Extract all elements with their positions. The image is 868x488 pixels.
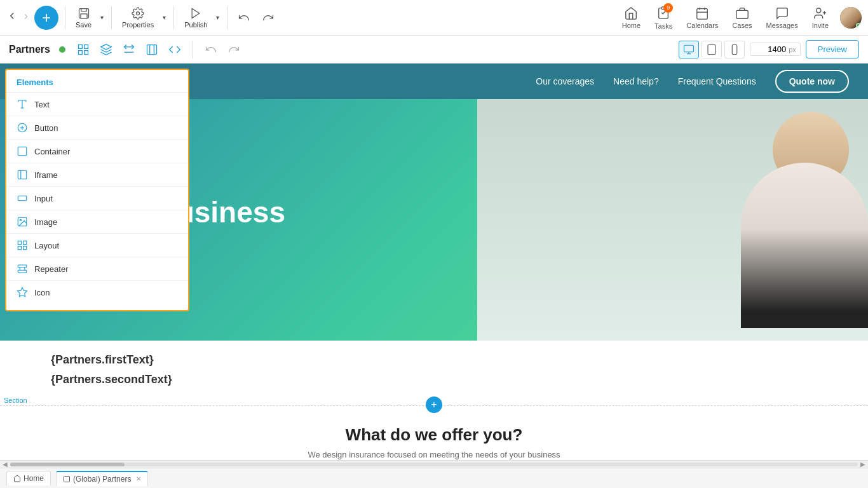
svg-rect-39	[18, 241, 21, 244]
svg-rect-25	[732, 44, 737, 54]
scroll-right-arrow[interactable]: ▶	[860, 461, 865, 468]
nav-home[interactable]: Home	[620, 6, 643, 29]
online-status-dot	[856, 23, 861, 28]
width-input[interactable]	[754, 44, 786, 54]
home-tab-icon	[13, 475, 21, 482]
hero-person	[477, 99, 868, 341]
nav-cta-button[interactable]: Quote now	[775, 70, 849, 93]
scroll-left-arrow[interactable]: ◀	[3, 461, 8, 468]
tasks-badge-container: 9	[656, 6, 670, 21]
svg-point-38	[20, 219, 21, 220]
layers-button[interactable]	[97, 41, 115, 58]
nav-messages[interactable]: Messages	[764, 6, 801, 29]
divider-tb2	[193, 41, 193, 58]
user-avatar[interactable]	[840, 7, 862, 29]
forward-icon	[22, 12, 31, 23]
page-title: Partners	[9, 44, 50, 55]
code-button[interactable]	[166, 41, 184, 58]
element-input[interactable]: Input	[6, 187, 188, 210]
publish-button[interactable]: Publish	[180, 4, 211, 31]
svg-rect-44	[18, 270, 27, 273]
icon-icon	[17, 287, 28, 298]
svg-rect-15	[85, 50, 88, 54]
scroll-track	[10, 463, 858, 466]
redo2-button[interactable]	[225, 41, 243, 58]
element-button[interactable]: Button	[6, 116, 188, 140]
tab-partners[interactable]: (Global) Partners ✕	[56, 471, 148, 486]
image-icon	[17, 216, 28, 227]
horizontal-scrollbar[interactable]: ◀ ▶	[0, 460, 868, 468]
element-repeater[interactable]: Repeater	[6, 257, 188, 281]
main-area: Elements Text Button Container Iframe	[0, 64, 868, 468]
width-input-container: px	[750, 43, 801, 56]
person-body	[741, 163, 868, 328]
repeater-icon	[17, 263, 28, 274]
save-button[interactable]: Save	[72, 4, 95, 31]
undo2-button[interactable]	[202, 41, 220, 58]
template-var-1: {Partners.firstText}	[25, 353, 843, 373]
redo-button[interactable]	[258, 9, 278, 27]
nav-tasks[interactable]: 9 Tasks	[652, 6, 675, 30]
svg-rect-14	[78, 50, 82, 54]
element-container[interactable]: Container	[6, 140, 188, 163]
element-layout-label: Layout	[34, 241, 59, 250]
bottom-bar: Home (Global) Partners ✕	[0, 468, 868, 488]
section-add-button[interactable]: +	[426, 396, 442, 413]
svg-rect-35	[18, 196, 27, 201]
element-button-label: Button	[34, 123, 58, 133]
layout-icon	[17, 240, 28, 251]
tablet-view-button[interactable]	[702, 41, 722, 58]
text-icon	[17, 98, 28, 110]
page-tab-icon	[63, 475, 71, 483]
scroll-thumb[interactable]	[10, 463, 125, 466]
nav-cases[interactable]: Cases	[729, 6, 754, 29]
nav-calendars[interactable]: Calendars	[684, 6, 721, 29]
svg-rect-40	[24, 241, 27, 244]
nav-coverages[interactable]: Our coverages	[536, 76, 594, 86]
undo-button[interactable]	[234, 9, 254, 27]
second-toolbar: Partners px Preview	[0, 36, 868, 64]
svg-marker-47	[18, 288, 27, 297]
add-button[interactable]: +	[34, 6, 58, 30]
input-icon	[17, 193, 28, 204]
element-text[interactable]: Text	[6, 93, 188, 116]
template-var-2: {Partners.secondText}	[25, 373, 843, 393]
desktop-view-button[interactable]	[679, 41, 699, 58]
grid-view-button[interactable]	[74, 41, 92, 58]
element-image[interactable]: Image	[6, 210, 188, 234]
preview-button[interactable]: Preview	[806, 40, 859, 58]
button-icon	[17, 122, 28, 133]
section-label: Section	[0, 395, 31, 405]
svg-point-1	[137, 11, 140, 15]
nav-invite[interactable]: Invite	[810, 6, 831, 29]
svg-rect-19	[147, 44, 156, 54]
resize-button[interactable]	[143, 41, 161, 58]
mobile-view-button[interactable]	[724, 41, 745, 58]
divider-1	[65, 6, 65, 29]
element-iframe-label: Iframe	[34, 170, 58, 180]
svg-rect-48	[64, 476, 70, 482]
elements-header: Elements	[6, 70, 188, 93]
container-icon	[17, 146, 28, 157]
element-icon[interactable]: Icon	[6, 281, 188, 304]
tab-home[interactable]: Home	[6, 471, 51, 485]
tab-close-button[interactable]: ✕	[136, 475, 141, 482]
nav-faq[interactable]: Frequent Questions	[678, 76, 756, 86]
nav-help[interactable]: Need help?	[613, 76, 659, 86]
properties-chevron[interactable]: ▾	[161, 14, 167, 21]
toolbar-left: + Save ▾ Properties ▾ Publish ▾	[6, 4, 616, 31]
back-icon[interactable]	[6, 10, 18, 25]
publish-chevron[interactable]: ▾	[215, 14, 220, 21]
element-image-label: Image	[34, 217, 57, 227]
element-layout[interactable]: Layout	[6, 234, 188, 257]
svg-rect-32	[18, 147, 27, 156]
element-repeater-label: Repeater	[34, 264, 68, 274]
transitions-button[interactable]	[120, 41, 138, 58]
save-chevron[interactable]: ▾	[99, 14, 105, 21]
svg-rect-41	[18, 247, 21, 250]
element-iframe[interactable]: Iframe	[6, 163, 188, 187]
offer-title: What do we offer you?	[25, 425, 843, 445]
properties-button[interactable]: Properties	[118, 4, 158, 31]
svg-rect-33	[18, 170, 27, 179]
offer-section: What do we offer you? We design insuranc…	[0, 405, 868, 468]
